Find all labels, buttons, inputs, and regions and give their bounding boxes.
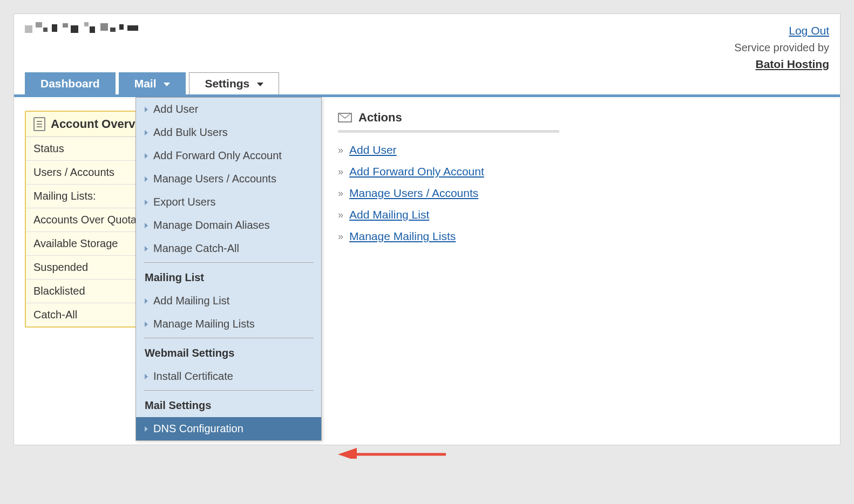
action-link[interactable]: Add Mailing List (349, 208, 429, 221)
dropdown-item-label: Manage Mailing Lists (153, 318, 255, 330)
chevrons-right-icon: » (338, 188, 342, 199)
dropdown-item[interactable]: Manage Domain Aliases (136, 214, 321, 237)
dropdown-item[interactable]: Manage Catch-All (136, 237, 321, 260)
dropdown-item[interactable]: Add Forward Only Account (136, 144, 321, 167)
actions-title: Actions (358, 111, 402, 125)
tab-dashboard[interactable]: Dashboard (25, 72, 116, 94)
action-link-row: »Manage Mailing Lists (338, 226, 829, 247)
tab-mail[interactable]: Mail (119, 72, 186, 94)
actions-header: Actions (338, 111, 559, 133)
chevron-right-icon (145, 298, 148, 304)
logout-link[interactable]: Log Out (789, 24, 829, 37)
chevrons-right-icon: » (338, 166, 342, 178)
right-panel: Actions »Add User»Add Forward Only Accou… (295, 111, 829, 328)
tab-bar: Dashboard Mail Settings (14, 72, 840, 94)
action-link-row: »Add Mailing List (338, 204, 829, 226)
action-link-row: »Add User (338, 139, 829, 161)
document-icon (33, 117, 45, 131)
dropdown-item-label: Manage Domain Aliases (153, 219, 270, 231)
dropdown-item[interactable]: Export Users (136, 190, 321, 214)
chevrons-right-icon: » (338, 231, 342, 242)
dropdown-item[interactable]: Manage Users / Accounts (136, 167, 321, 190)
dropdown-item-label: Export Users (153, 196, 216, 208)
action-link[interactable]: Manage Users / Accounts (349, 187, 478, 200)
action-link[interactable]: Add User (349, 144, 397, 156)
dropdown-item-label: Add Forward Only Account (153, 149, 282, 162)
chevron-right-icon (145, 322, 148, 327)
dropdown-item[interactable]: Add Bulk Users (136, 121, 321, 144)
svg-marker-1 (338, 448, 357, 459)
dropdown-item-label: DNS Configuration (153, 423, 243, 435)
chevrons-right-icon: » (338, 209, 342, 221)
header: Log Out Service provided by Batoi Hostin… (14, 14, 840, 72)
chevron-right-icon (145, 223, 148, 228)
chevron-right-icon (145, 426, 148, 432)
tab-settings[interactable]: Settings (189, 72, 279, 94)
annotation-arrow (338, 446, 446, 459)
chevron-right-icon (145, 153, 148, 159)
tab-dashboard-label: Dashboard (40, 77, 100, 90)
tab-settings-label: Settings (205, 77, 249, 90)
logo-redacted (25, 22, 144, 38)
chevron-right-icon (145, 107, 148, 112)
dropdown-header-mailing-list: Mailing List (136, 265, 321, 289)
chevrons-right-icon: » (338, 145, 342, 156)
dropdown-item[interactable]: Manage Mailing Lists (136, 312, 321, 336)
chevron-right-icon (145, 130, 148, 135)
chevron-right-icon (145, 200, 148, 205)
action-link-row: »Add Forward Only Account (338, 161, 829, 182)
caret-down-icon (164, 83, 170, 86)
dropdown-header-mail-settings: Mail Settings (136, 393, 321, 417)
mail-dropdown: Add UserAdd Bulk UsersAdd Forward Only A… (135, 97, 322, 441)
tab-mail-label: Mail (134, 77, 157, 90)
mail-icon (338, 113, 352, 122)
dropdown-divider (144, 338, 314, 338)
dropdown-item[interactable]: Add Mailing List (136, 289, 321, 312)
caret-down-icon (257, 83, 263, 86)
hosting-link[interactable]: Batoi Hosting (756, 58, 830, 70)
dropdown-item-label: Manage Catch-All (153, 242, 239, 255)
dropdown-item-label: Add User (153, 103, 198, 115)
action-link-row: »Manage Users / Accounts (338, 182, 829, 204)
dropdown-header-webmail: Webmail Settings (136, 340, 321, 365)
action-link[interactable]: Manage Mailing Lists (349, 230, 456, 243)
chevron-right-icon (145, 176, 148, 182)
dropdown-item[interactable]: Install Certificate (136, 365, 321, 388)
chevron-right-icon (145, 374, 148, 379)
service-provided-text: Service provided by (734, 42, 829, 53)
dropdown-item[interactable]: Add User (136, 98, 321, 121)
dropdown-item-label: Add Mailing List (153, 295, 229, 307)
content: Account Overview StatusUsers / AccountsM… (14, 97, 840, 341)
dropdown-divider (144, 262, 314, 263)
dropdown-divider (144, 390, 314, 391)
dropdown-item-label: Add Bulk Users (153, 126, 228, 139)
dropdown-item[interactable]: DNS Configuration (136, 417, 321, 440)
dropdown-item-label: Install Certificate (153, 370, 233, 383)
action-link[interactable]: Add Forward Only Account (349, 165, 484, 178)
chevron-right-icon (145, 246, 148, 251)
header-right: Log Out Service provided by Batoi Hostin… (734, 22, 829, 72)
dropdown-item-label: Manage Users / Accounts (153, 173, 276, 185)
app-window: Log Out Service provided by Batoi Hostin… (13, 13, 841, 445)
